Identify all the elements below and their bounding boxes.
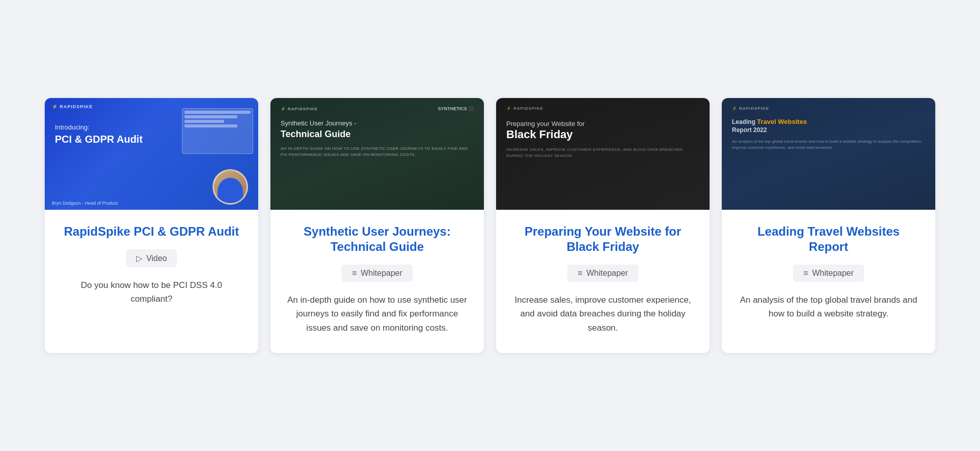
- thumb-2-logo-left: ⚡ RAPIDSPIKE: [281, 107, 318, 111]
- thumb-4-title-line1: Leading Travel Websites: [732, 118, 925, 125]
- thumb-4-report-line: Report 2022: [732, 126, 925, 134]
- thumb-1-title: PCI & GDPR Audit: [55, 133, 143, 145]
- card-4-title: Leading Travel Websites Report: [737, 224, 920, 254]
- card-2-body: Synthetic User Journeys: Technical Guide…: [270, 210, 484, 353]
- screen-bar: [185, 124, 237, 127]
- whitepaper-icon-3: ≡: [577, 269, 582, 278]
- card-1-type-badge: ▷ Video: [126, 249, 177, 267]
- avatar-body: [218, 178, 243, 205]
- card-3-type-label: Whitepaper: [587, 269, 628, 278]
- card-1-description: Do you know how to be PCI DSS 4.0 compli…: [60, 278, 243, 306]
- card-1-type-label: Video: [146, 254, 167, 263]
- card-2-title: Synthetic User Journeys: Technical Guide: [286, 224, 469, 254]
- card-black-friday[interactable]: ⚡ RAPIDSPIKE Preparing your Website for …: [496, 98, 710, 353]
- thumb-2-title-line2: Technical Guide: [281, 129, 474, 140]
- thumb-4-title-normal-1: Leading: [732, 118, 757, 125]
- card-synthetic-user[interactable]: ⚡ RAPIDSPIKE SYNTHETICS ⬛ Synthetic User…: [270, 98, 484, 353]
- card-4-type-badge: ≡ Whitepaper: [793, 265, 864, 282]
- card-2-thumbnail: ⚡ RAPIDSPIKE SYNTHETICS ⬛ Synthetic User…: [270, 98, 484, 210]
- thumb-2-desc: AN IN-DEPTH GUIDE ON HOW TO USE SYNTHETI…: [281, 146, 474, 158]
- card-4-type-label: Whitepaper: [812, 269, 854, 278]
- card-2-type-badge: ≡ Whitepaper: [342, 265, 412, 282]
- whitepaper-icon-2: ≡: [352, 269, 356, 278]
- video-icon: ▷: [136, 253, 142, 263]
- thumb-3-title-line1: Preparing your Website for: [506, 120, 699, 127]
- thumb-3-title-line2: Black Friday: [506, 128, 699, 141]
- card-travel-websites[interactable]: ⚡ RAPIDSPIKE Leading Travel Websites Rep…: [722, 98, 935, 353]
- thumb-4-logo: ⚡ RAPIDSPIKE: [732, 106, 925, 111]
- thumb-4-desc: An analysis of the top global travel bra…: [732, 139, 925, 151]
- thumb-1-intro: Introducing:: [55, 123, 143, 131]
- card-1-thumbnail: ⚡ RAPIDSPIKE Introducing: PCI & GDPR Aud…: [45, 98, 258, 210]
- thumb-1-person-name: Bryn Dodgson - Head of Product: [52, 201, 118, 206]
- thumb-4-title-highlight: Travel Websites: [757, 118, 807, 125]
- card-pci-gdpr[interactable]: ⚡ RAPIDSPIKE Introducing: PCI & GDPR Aud…: [45, 98, 258, 353]
- thumb-1-logo: ⚡ RAPIDSPIKE: [52, 104, 93, 109]
- thumb-2-logo-right: SYNTHETICS ⬛: [438, 106, 474, 111]
- screen-bar: [185, 115, 237, 118]
- card-2-description: An in-depth guide on how to use syntheti…: [286, 293, 469, 335]
- thumb-1-avatar: [212, 169, 248, 205]
- card-1-title: RapidSpike PCI & GDPR Audit: [64, 224, 239, 239]
- resource-cards-grid: ⚡ RAPIDSPIKE Introducing: PCI & GDPR Aud…: [17, 98, 963, 353]
- thumb-2-logos: ⚡ RAPIDSPIKE SYNTHETICS ⬛: [281, 106, 474, 111]
- thumb-2-title-line1: Synthetic User Journeys -: [281, 119, 474, 127]
- card-3-description: Increase sales, improve customer experie…: [511, 293, 694, 335]
- card-4-body: Leading Travel Websites Report ≡ Whitepa…: [722, 210, 935, 353]
- thumb-4-title-line2: Report 2022: [732, 126, 767, 134]
- card-4-thumbnail: ⚡ RAPIDSPIKE Leading Travel Websites Rep…: [722, 98, 935, 210]
- thumb-1-screen: [182, 108, 253, 154]
- screen-bar: [185, 120, 224, 123]
- screen-bar: [185, 111, 251, 114]
- card-3-type-badge: ≡ Whitepaper: [567, 265, 638, 282]
- card-4-description: An analysis of the top global travel bra…: [737, 293, 920, 320]
- thumb-1-content: Introducing: PCI & GDPR Audit: [55, 123, 143, 145]
- whitepaper-icon-4: ≡: [803, 269, 808, 278]
- thumb-3-desc: INCREASE SALES, IMPROVE CUSTOMER EXPERIE…: [506, 147, 699, 159]
- card-3-body: Preparing Your Website for Black Friday …: [496, 210, 710, 353]
- thumb-3-logo: ⚡ RAPIDSPIKE: [506, 106, 699, 111]
- card-1-body: RapidSpike PCI & GDPR Audit ▷ Video Do y…: [45, 210, 258, 353]
- card-3-title: Preparing Your Website for Black Friday: [511, 224, 694, 254]
- card-2-type-label: Whitepaper: [361, 269, 403, 278]
- card-3-thumbnail: ⚡ RAPIDSPIKE Preparing your Website for …: [496, 98, 710, 210]
